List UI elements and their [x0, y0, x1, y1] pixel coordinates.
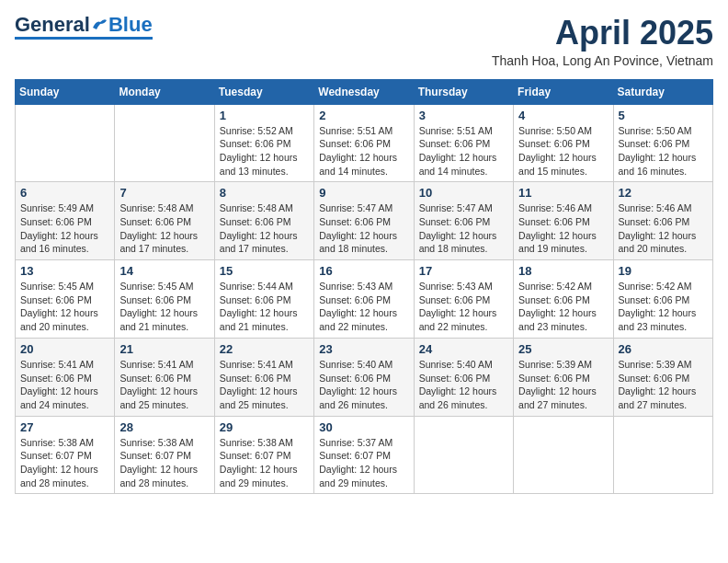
day-info: Sunrise: 5:49 AMSunset: 6:06 PMDaylight:…	[20, 201, 109, 256]
day-info: Sunrise: 5:50 AMSunset: 6:06 PMDaylight:…	[619, 124, 708, 178]
day-number: 21	[119, 342, 209, 356]
calendar-cell: 10Sunrise: 5:47 AMSunset: 6:06 PMDayligh…	[414, 182, 513, 260]
calendar-cell: 23Sunrise: 5:40 AMSunset: 6:06 PMDayligh…	[314, 338, 414, 416]
day-number: 27	[20, 420, 109, 434]
calendar-cell: 17Sunrise: 5:43 AMSunset: 6:06 PMDayligh…	[414, 260, 513, 339]
title-block: April 2025 Thanh Hoa, Long An Povince, V…	[492, 15, 713, 68]
logo-bird-icon	[91, 15, 108, 35]
calendar-cell: 9Sunrise: 5:47 AMSunset: 6:06 PMDaylight…	[314, 182, 414, 260]
calendar-header-saturday: Saturday	[613, 79, 712, 104]
day-info: Sunrise: 5:37 AMSunset: 6:07 PMDaylight:…	[319, 436, 408, 490]
calendar-cell: 2Sunrise: 5:51 AMSunset: 6:06 PMDaylight…	[314, 104, 414, 182]
day-info: Sunrise: 5:45 AMSunset: 6:06 PMDaylight:…	[119, 280, 209, 334]
calendar-cell	[414, 416, 513, 494]
day-info: Sunrise: 5:42 AMSunset: 6:06 PMDaylight:…	[619, 280, 708, 334]
calendar-cell: 11Sunrise: 5:46 AMSunset: 6:06 PMDayligh…	[514, 182, 613, 260]
calendar-cell	[613, 416, 712, 494]
day-number: 6	[20, 186, 109, 200]
day-info: Sunrise: 5:41 AMSunset: 6:06 PMDaylight:…	[220, 358, 309, 412]
day-info: Sunrise: 5:51 AMSunset: 6:06 PMDaylight:…	[319, 124, 408, 178]
day-info: Sunrise: 5:50 AMSunset: 6:06 PMDaylight:…	[518, 124, 608, 178]
logo-general: General	[15, 15, 90, 35]
calendar-cell: 19Sunrise: 5:42 AMSunset: 6:06 PMDayligh…	[613, 260, 712, 339]
calendar-header-wednesday: Wednesday	[314, 79, 414, 104]
day-info: Sunrise: 5:38 AMSunset: 6:07 PMDaylight:…	[20, 436, 109, 490]
day-info: Sunrise: 5:42 AMSunset: 6:06 PMDaylight:…	[518, 280, 608, 334]
day-number: 9	[319, 186, 408, 200]
day-info: Sunrise: 5:44 AMSunset: 6:06 PMDaylight:…	[220, 280, 309, 334]
day-number: 7	[119, 186, 209, 200]
day-info: Sunrise: 5:47 AMSunset: 6:06 PMDaylight:…	[319, 201, 408, 256]
calendar-week-1: 1Sunrise: 5:52 AMSunset: 6:06 PMDaylight…	[16, 104, 713, 182]
logo: General Blue	[15, 15, 153, 40]
calendar-cell: 7Sunrise: 5:48 AMSunset: 6:06 PMDaylight…	[115, 182, 214, 260]
calendar-header-friday: Friday	[514, 79, 613, 104]
calendar-cell: 18Sunrise: 5:42 AMSunset: 6:06 PMDayligh…	[514, 260, 613, 339]
calendar-cell: 1Sunrise: 5:52 AMSunset: 6:06 PMDaylight…	[214, 104, 313, 182]
calendar-cell: 28Sunrise: 5:38 AMSunset: 6:07 PMDayligh…	[115, 416, 214, 494]
calendar-header-thursday: Thursday	[414, 79, 513, 104]
day-info: Sunrise: 5:41 AMSunset: 6:06 PMDaylight:…	[20, 358, 109, 412]
day-info: Sunrise: 5:43 AMSunset: 6:06 PMDaylight:…	[419, 280, 508, 334]
day-number: 2	[319, 109, 408, 122]
day-info: Sunrise: 5:40 AMSunset: 6:06 PMDaylight:…	[319, 358, 408, 412]
day-number: 4	[518, 109, 608, 122]
calendar-cell: 6Sunrise: 5:49 AMSunset: 6:06 PMDaylight…	[16, 182, 115, 260]
day-number: 25	[518, 342, 608, 356]
calendar-header-sunday: Sunday	[16, 79, 115, 104]
calendar-cell: 22Sunrise: 5:41 AMSunset: 6:06 PMDayligh…	[214, 338, 313, 416]
calendar-cell: 20Sunrise: 5:41 AMSunset: 6:06 PMDayligh…	[16, 338, 115, 416]
calendar-cell: 25Sunrise: 5:39 AMSunset: 6:06 PMDayligh…	[514, 338, 613, 416]
day-info: Sunrise: 5:51 AMSunset: 6:06 PMDaylight:…	[419, 124, 508, 178]
calendar-cell: 26Sunrise: 5:39 AMSunset: 6:06 PMDayligh…	[613, 338, 712, 416]
logo-underline	[15, 37, 153, 40]
calendar-cell: 14Sunrise: 5:45 AMSunset: 6:06 PMDayligh…	[115, 260, 214, 339]
day-info: Sunrise: 5:39 AMSunset: 6:06 PMDaylight:…	[619, 358, 708, 412]
calendar-week-5: 27Sunrise: 5:38 AMSunset: 6:07 PMDayligh…	[16, 416, 713, 494]
calendar-week-4: 20Sunrise: 5:41 AMSunset: 6:06 PMDayligh…	[16, 338, 713, 416]
day-number: 5	[619, 109, 708, 122]
day-info: Sunrise: 5:45 AMSunset: 6:06 PMDaylight:…	[20, 280, 109, 334]
calendar-table: SundayMondayTuesdayWednesdayThursdayFrid…	[15, 79, 713, 495]
day-number: 3	[419, 109, 508, 122]
day-info: Sunrise: 5:48 AMSunset: 6:06 PMDaylight:…	[220, 201, 309, 256]
calendar-cell: 27Sunrise: 5:38 AMSunset: 6:07 PMDayligh…	[16, 416, 115, 494]
day-number: 8	[220, 186, 309, 200]
calendar-week-3: 13Sunrise: 5:45 AMSunset: 6:06 PMDayligh…	[16, 260, 713, 339]
calendar-header-row: SundayMondayTuesdayWednesdayThursdayFrid…	[16, 79, 713, 104]
calendar-cell: 21Sunrise: 5:41 AMSunset: 6:06 PMDayligh…	[115, 338, 214, 416]
day-info: Sunrise: 5:41 AMSunset: 6:06 PMDaylight:…	[119, 358, 209, 412]
page-subtitle: Thanh Hoa, Long An Povince, Vietnam	[492, 53, 713, 68]
calendar-cell: 24Sunrise: 5:40 AMSunset: 6:06 PMDayligh…	[414, 338, 513, 416]
calendar-cell: 12Sunrise: 5:46 AMSunset: 6:06 PMDayligh…	[613, 182, 712, 260]
page-header: General Blue April 2025 Thanh Hoa, Long …	[15, 15, 713, 68]
day-number: 10	[419, 186, 508, 200]
day-info: Sunrise: 5:47 AMSunset: 6:06 PMDaylight:…	[419, 201, 508, 256]
calendar-cell	[115, 104, 214, 182]
day-number: 29	[220, 420, 309, 434]
calendar-header-tuesday: Tuesday	[214, 79, 313, 104]
day-info: Sunrise: 5:38 AMSunset: 6:07 PMDaylight:…	[220, 436, 309, 490]
calendar-cell: 3Sunrise: 5:51 AMSunset: 6:06 PMDaylight…	[414, 104, 513, 182]
day-info: Sunrise: 5:52 AMSunset: 6:06 PMDaylight:…	[220, 124, 309, 178]
day-info: Sunrise: 5:38 AMSunset: 6:07 PMDaylight:…	[119, 436, 209, 490]
day-number: 26	[619, 342, 708, 356]
day-info: Sunrise: 5:39 AMSunset: 6:06 PMDaylight:…	[518, 358, 608, 412]
day-number: 11	[518, 186, 608, 200]
day-number: 14	[119, 264, 209, 278]
calendar-cell: 29Sunrise: 5:38 AMSunset: 6:07 PMDayligh…	[214, 416, 313, 494]
day-number: 22	[220, 342, 309, 356]
day-number: 15	[220, 264, 309, 278]
day-number: 30	[319, 420, 408, 434]
day-number: 19	[619, 264, 708, 278]
calendar-cell: 8Sunrise: 5:48 AMSunset: 6:06 PMDaylight…	[214, 182, 313, 260]
day-number: 16	[319, 264, 408, 278]
day-number: 23	[319, 342, 408, 356]
day-number: 17	[419, 264, 508, 278]
day-number: 24	[419, 342, 508, 356]
calendar-cell: 5Sunrise: 5:50 AMSunset: 6:06 PMDaylight…	[613, 104, 712, 182]
page-title: April 2025	[492, 15, 713, 52]
day-info: Sunrise: 5:46 AMSunset: 6:06 PMDaylight:…	[619, 201, 708, 256]
day-info: Sunrise: 5:43 AMSunset: 6:06 PMDaylight:…	[319, 280, 408, 334]
day-number: 20	[20, 342, 109, 356]
